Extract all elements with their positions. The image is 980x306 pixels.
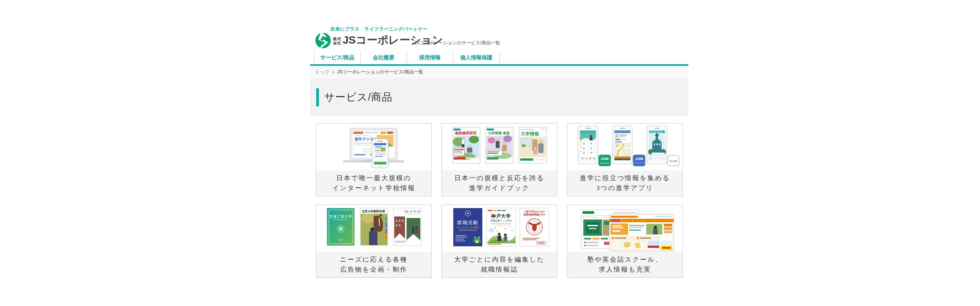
- job-magazines-image: 就職活動 ガイドブック 2022 神戸大学 就職応援ブック2022: [442, 205, 557, 252]
- service-card-guidebooks[interactable]: 進路徹底研究 大学情報 春版: [441, 123, 557, 196]
- breadcrumb: トップ > JSコーポレーションのサービス/商品一覧: [310, 66, 688, 78]
- card-caption: 塾や英会話スクール、 求人情報も充実: [567, 252, 683, 277]
- service-card-apps[interactable]: JS88 日本の学校: [567, 123, 683, 196]
- jobbook3-title: 上智大学生のための: [524, 210, 545, 213]
- caption-line2: 広告物を企画・制作: [316, 265, 431, 275]
- page-content: 未来にプラス ライフラーニングパートナー 株式 会社 JSコーポレーション JS…: [310, 0, 688, 306]
- brochure3-title: 経済学部: [405, 210, 421, 213]
- guidebooks-illustration: 進路徹底研究 大学情報 春版: [442, 124, 557, 170]
- brochure1-title: 芝浦工業大学: [329, 215, 352, 218]
- jobbook3-subtitle: 就職活動情報誌 2022: [523, 213, 546, 216]
- app-badge2-subtitle: オープンキャンパス: [633, 162, 645, 164]
- brochure2-title: 北里大学獣医学部: [361, 210, 385, 213]
- service-card-job-magazines[interactable]: 就職活動 ガイドブック 2022 神戸大学 就職応援ブック2022: [441, 205, 557, 278]
- guidebook1-title: 進路徹底研究: [455, 131, 477, 135]
- breadcrumb-current: JSコーポレーションのサービス/商品一覧: [337, 69, 423, 75]
- caption-line1: 大学ごとに内容を編集した: [442, 255, 557, 265]
- app-badge1-subtitle: 日本の学校: [600, 162, 609, 164]
- card-caption: 日本で唯一最大規模の インターネット学校情報: [316, 170, 431, 196]
- caption-line1: 進学に役立つ情報を集める: [567, 173, 683, 183]
- caption-line2: 求人情報も充実: [567, 265, 683, 275]
- card-caption: 大学ごとに内容を編集した 就職情報誌: [442, 252, 557, 277]
- logo-tagline: 未来にプラス ライフラーニングパートナー: [330, 26, 428, 33]
- company-logo-icon[interactable]: [315, 32, 332, 49]
- guidebook2-title: 大学情報 春版: [488, 131, 510, 135]
- jobbook1-subtitle: ガイドブック 2022: [457, 226, 479, 229]
- page-title: サービス/商品: [324, 90, 392, 104]
- jobbook2-subtitle: 就職応援ブック2022: [490, 219, 512, 222]
- company-type-label: 株式 会社: [333, 37, 341, 45]
- app-badge1-title: JS88: [601, 157, 609, 161]
- jobbook1-title: 就職活動: [457, 220, 479, 225]
- caption-line1: ニーズに応える各種: [316, 255, 431, 265]
- apps-illustration: JS88 日本の学校: [567, 124, 683, 170]
- service-card-advertising[interactable]: 芝浦工業大学 2021 北里大学獣医学部: [316, 205, 432, 278]
- header-page-subtitle: JSコーポレーションのサービス/商品一覧: [414, 40, 500, 46]
- caption-line1: 塾や英会話スクール、: [567, 255, 683, 265]
- guidebook3-title: 大学情報: [521, 131, 539, 137]
- nav-item-recruit[interactable]: 採用情報: [407, 51, 453, 64]
- nav-item-services[interactable]: サービス/商品: [314, 51, 360, 64]
- laptop-phone-illustration: 進学デジタルブック: [316, 124, 431, 170]
- card-caption: 日本一の規模と反応を誇る 進学ガイドブック: [442, 170, 557, 196]
- nav-item-privacy[interactable]: 個人情報保護: [453, 51, 500, 64]
- nav-item-company[interactable]: 会社概要: [360, 51, 407, 64]
- caption-line2: 3つの進学アプリ: [567, 183, 683, 193]
- caption-line2: 進学ガイドブック: [442, 183, 557, 193]
- cram-schools-image: [567, 205, 683, 252]
- apps-image: JS88 日本の学校: [567, 124, 683, 170]
- service-card-cram-schools[interactable]: 塾や英会話スクール、 求人情報も充実: [567, 205, 683, 278]
- title-accent-bar: [316, 88, 319, 106]
- card-caption: 進学に役立つ情報を集める 3つの進学アプリ: [567, 170, 683, 196]
- breadcrumb-home-link[interactable]: トップ: [315, 69, 329, 75]
- caption-line2: インターネット学校情報: [316, 183, 431, 193]
- advertising-image: 芝浦工業大学 2021 北里大学獣医学部: [316, 205, 431, 252]
- job-magazines-illustration: 就職活動 ガイドブック 2022 神戸大学 就職応援ブック2022: [442, 205, 557, 252]
- caption-line1: 日本一の規模と反応を誇る: [442, 173, 557, 183]
- company-prefix-line2: 会社: [333, 41, 341, 45]
- app-badge3-title: 私の学校: [670, 160, 677, 162]
- page-title-band: サービス/商品: [310, 78, 688, 116]
- company-prefix-line1: 株式: [333, 37, 341, 41]
- internet-school-info-image: 進学デジタルブック: [316, 124, 431, 170]
- caption-line1: 日本で唯一最大規模の: [316, 173, 431, 183]
- websites-illustration: [567, 205, 683, 252]
- app-badge2-title: JS88: [635, 157, 643, 161]
- jobbook2-title: 神戸大学: [491, 213, 511, 219]
- caption-line2: 就職情報誌: [442, 265, 557, 275]
- guidebooks-image: 進路徹底研究 大学情報 春版: [442, 124, 557, 170]
- card-caption: ニーズに応える各種 広告物を企画・制作: [316, 252, 431, 277]
- service-card-internet-school-info[interactable]: 進学デジタルブック: [316, 123, 432, 196]
- main-nav: サービス/商品 会社概要 採用情報 個人情報保護: [314, 51, 500, 64]
- brochure1-year: 2021: [339, 239, 343, 241]
- breadcrumb-separator: >: [332, 70, 335, 75]
- advertising-illustration: 芝浦工業大学 2021 北里大学獣医学部: [316, 205, 431, 252]
